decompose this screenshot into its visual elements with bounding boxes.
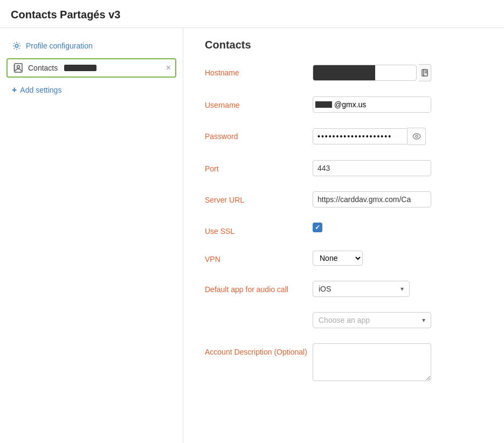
server-url-input[interactable] [313, 191, 431, 207]
server-url-control [313, 191, 482, 207]
password-input[interactable] [313, 128, 408, 144]
vpn-row: VPN None VPN 1 VPN 2 [205, 251, 482, 266]
username-input[interactable] [334, 97, 431, 112]
hostname-input[interactable] [313, 65, 417, 81]
eye-icon [412, 133, 421, 140]
server-url-label: Server URL [205, 191, 313, 204]
hostname-control [313, 64, 482, 81]
app-title: Contacts Partagés v3 [11, 9, 120, 20]
use-ssl-checkbox-wrapper [313, 223, 482, 232]
main-content: Contacts Hostname [183, 28, 504, 443]
account-desc-label: Account Description (Optional) [205, 343, 313, 356]
username-control [313, 96, 482, 113]
sidebar: Profile configuration Contacts × + [0, 28, 183, 443]
hostname-row: Hostname [205, 64, 482, 81]
choose-app-dropdown[interactable]: Choose an app ▾ [313, 312, 431, 328]
svg-point-0 [15, 44, 18, 47]
username-label: Username [205, 96, 313, 109]
account-desc-control [313, 343, 482, 383]
choose-app-placeholder: Choose an app [319, 316, 370, 324]
account-desc-textarea[interactable] [313, 343, 431, 381]
username-redacted [315, 101, 332, 108]
hostname-label: Hostname [205, 64, 313, 77]
default-app-audio-row: Default app for audio call iOS ▾ [205, 281, 482, 297]
password-control [313, 128, 482, 145]
contacts-redacted-bar [64, 65, 96, 71]
port-row: Port [205, 160, 482, 176]
sidebar-add-settings[interactable]: + Add settings [6, 80, 176, 100]
use-ssl-label: Use SSL [205, 223, 313, 236]
use-ssl-row: Use SSL [205, 223, 482, 236]
use-ssl-control [313, 223, 482, 232]
app-header: Contacts Partagés v3 [0, 0, 504, 28]
default-app-audio-value: iOS [319, 285, 331, 293]
password-row: Password [205, 128, 482, 145]
sidebar-item-profile-config[interactable]: Profile configuration [6, 37, 176, 55]
choose-app-chevron-icon: ▾ [422, 316, 425, 324]
password-wrapper [313, 128, 431, 145]
svg-point-10 [416, 135, 418, 137]
contacts-item-label: Contacts [28, 64, 58, 72]
contacts-close-button[interactable]: × [166, 64, 171, 72]
server-url-row: Server URL [205, 191, 482, 207]
contacts-icon [13, 63, 24, 73]
svg-point-2 [17, 66, 20, 68]
password-label: Password [205, 128, 313, 141]
default-app-audio-control: iOS ▾ [313, 281, 482, 297]
choose-app-row: Choose an app ▾ [205, 312, 482, 328]
username-wrapper [313, 96, 431, 113]
book-icon [421, 69, 429, 77]
vpn-select[interactable]: None VPN 1 VPN 2 [313, 251, 363, 266]
vpn-control: None VPN 1 VPN 2 [313, 251, 482, 266]
gear-icon [12, 41, 22, 51]
use-ssl-checkbox[interactable] [313, 223, 322, 232]
choose-app-control: Choose an app ▾ [313, 312, 482, 328]
default-app-audio-dropdown[interactable]: iOS ▾ [313, 281, 410, 297]
port-input[interactable] [313, 160, 431, 176]
choose-app-label [205, 312, 313, 316]
password-toggle-button[interactable] [408, 128, 426, 145]
section-title: Contacts [205, 39, 482, 51]
vpn-label: VPN [205, 251, 313, 264]
hostname-wrapper [313, 64, 431, 81]
add-settings-label: Add settings [20, 86, 61, 94]
account-desc-row: Account Description (Optional) [205, 343, 482, 383]
default-app-audio-label: Default app for audio call [205, 281, 313, 294]
hostname-book-button[interactable] [419, 64, 431, 81]
username-row: Username [205, 96, 482, 113]
profile-config-label: Profile configuration [26, 41, 93, 50]
port-label: Port [205, 160, 313, 173]
sidebar-item-contacts[interactable]: Contacts × [6, 58, 176, 78]
port-control [313, 160, 482, 176]
plus-icon: + [12, 85, 17, 95]
chevron-down-icon: ▾ [401, 285, 404, 293]
